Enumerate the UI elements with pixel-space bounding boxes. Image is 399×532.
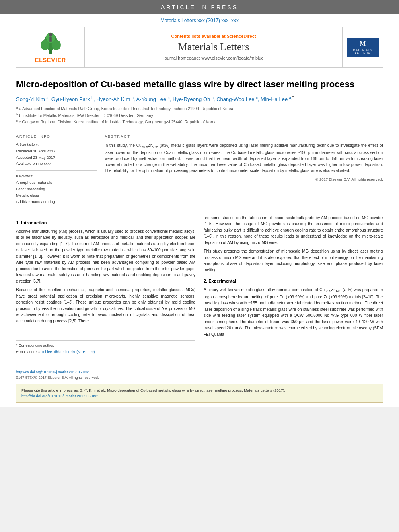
accepted-date: Accepted 23 May 2017 bbox=[16, 154, 97, 160]
affiliation-a: a a Advanced Functional Materials R&D Gr… bbox=[16, 105, 383, 112]
abstract-title: ABSTRACT bbox=[105, 134, 383, 140]
citation-bar: Please cite this article in press as: S.… bbox=[16, 384, 383, 403]
article-info-title: ARTICLE INFO bbox=[16, 134, 97, 140]
aip-banner: ARTICLE IN PRESS bbox=[0, 0, 399, 14]
authors: Song-Yi Kim a, Gyu-Hyeon Park b, Hyeon-A… bbox=[16, 94, 383, 103]
body-para-1: Additive manufacturing (AM) process, whi… bbox=[16, 228, 195, 285]
keyword-3: Metallic glass bbox=[16, 192, 97, 199]
keyword-4: Additive manufacturing bbox=[16, 199, 97, 205]
citation-doi[interactable]: http://dx.doi.org/10.1016/j.matlet.2017.… bbox=[21, 394, 98, 398]
footer-bar: http://dx.doi.org/10.1016/j.matlet.2017.… bbox=[0, 366, 399, 384]
keywords-list: Amorphous materials Laser processing Met… bbox=[16, 179, 97, 205]
abstract-copyright: © 2017 Elsevier B.V. All rights reserved… bbox=[105, 177, 383, 181]
sciencedirect-label: ScienceDirect bbox=[227, 34, 256, 39]
footer-doi[interactable]: http://dx.doi.org/10.1016/j.matlet.2017.… bbox=[16, 369, 99, 375]
article-title: Micro-deposition of Cu-based metallic gl… bbox=[16, 79, 383, 90]
svg-rect-6 bbox=[49, 37, 52, 42]
aip-banner-text: ARTICLE IN PRESS bbox=[161, 4, 238, 10]
svg-point-5 bbox=[49, 33, 52, 37]
divider-1 bbox=[16, 130, 383, 130]
article-info: ARTICLE INFO Article history: Received 1… bbox=[16, 134, 97, 205]
section2-heading: 2. Experimental bbox=[204, 278, 383, 285]
info-abstract-section: ARTICLE INFO Article history: Received 1… bbox=[16, 134, 383, 205]
footnote-area: * Corresponding author. E-mail address: … bbox=[16, 340, 195, 355]
keyword-2: Laser processing bbox=[16, 186, 97, 192]
journal-homepage: journal homepage: www.elsevier.com/locat… bbox=[163, 55, 263, 60]
elsevier-logo-area: ELSEVIER bbox=[16, 27, 85, 67]
body-para-2: Because of the excellent mechanical, mag… bbox=[16, 287, 195, 324]
article-dates: Received 18 April 2017 Accepted 23 May 2… bbox=[16, 148, 97, 166]
header-box: ELSEVIER Contents lists available at Sci… bbox=[16, 27, 383, 68]
article-history-label: Article history: bbox=[16, 142, 97, 146]
elsevier-label: ELSEVIER bbox=[35, 57, 66, 63]
received-date: Received 18 April 2017 bbox=[16, 148, 97, 154]
email-address: mhlee1@kitech.re.kr (M.-H. Lee). bbox=[42, 350, 96, 354]
email-label: E-mail address: bbox=[16, 350, 41, 354]
citation-text: Please cite this article in press as: S.… bbox=[21, 388, 285, 392]
journal-badge: M materials letters bbox=[347, 38, 379, 57]
corresponding-note: * Corresponding author. bbox=[16, 343, 195, 349]
abstract-text: In this study, the Cu60.5Zr39.5 (at%) me… bbox=[105, 142, 383, 173]
email-line: E-mail address: mhlee1@kitech.re.kr (M.-… bbox=[16, 349, 195, 355]
affiliation-c: c c Gangwon Regional Division, Korea Ins… bbox=[16, 119, 383, 125]
journal-badge-area: M materials letters bbox=[342, 27, 383, 67]
body-col-right: are some studies on the fabrication of m… bbox=[204, 215, 383, 355]
journal-title: Materials Letters bbox=[178, 41, 249, 53]
section1-heading: 1. Introduction bbox=[16, 220, 195, 226]
keyword-1: Amorphous materials bbox=[16, 179, 97, 186]
main-content: Micro-deposition of Cu-based metallic gl… bbox=[0, 68, 399, 359]
sciencedirect-line: Contents lists available at ScienceDirec… bbox=[171, 34, 256, 39]
body-para-3: are some studies on the fabrication of m… bbox=[204, 215, 383, 246]
abstract-section: ABSTRACT In this study, the Cu60.5Zr39.5… bbox=[105, 134, 383, 205]
journal-link-text: Materials Letters xxx (2017) xxx–xxx bbox=[160, 18, 239, 23]
body-columns: 1. Introduction Additive manufacturing (… bbox=[16, 215, 383, 355]
elsevier-tree-icon bbox=[35, 31, 67, 55]
affiliations: a a Advanced Functional Materials R&D Gr… bbox=[16, 105, 383, 125]
body-para-4: This study presents the demonstration of… bbox=[204, 248, 383, 273]
available-date: Available online xxxx bbox=[16, 160, 97, 166]
info-divider bbox=[16, 170, 97, 171]
divider-2 bbox=[16, 209, 383, 209]
journal-header-center: Contents lists available at ScienceDirec… bbox=[85, 27, 342, 67]
keywords-label: Keywords: bbox=[16, 174, 97, 178]
badge-text: materials letters bbox=[350, 49, 376, 54]
body-col-left: 1. Introduction Additive manufacturing (… bbox=[16, 215, 195, 355]
body-para-5: A binary well known metallic glass alloy… bbox=[204, 287, 383, 337]
footer-left: http://dx.doi.org/10.1016/j.matlet.2017.… bbox=[16, 369, 99, 381]
journal-link-bar: Materials Letters xxx (2017) xxx–xxx bbox=[0, 14, 399, 24]
affiliation-b: b b Institute for Metallic Materials, IF… bbox=[16, 112, 383, 119]
authors-text: Song-Yi Kim a, Gyu-Hyeon Park b, Hyeon-A… bbox=[16, 96, 294, 102]
sciencedirect-prefix: Contents lists available at bbox=[171, 34, 226, 39]
footer-issn: 0167-577X/© 2017 Elsevier B.V. All right… bbox=[16, 375, 99, 380]
